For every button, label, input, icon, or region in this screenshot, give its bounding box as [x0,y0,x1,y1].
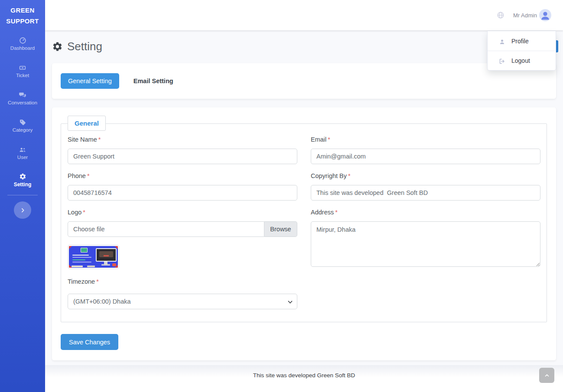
browse-button[interactable]: Browse [264,221,297,237]
sidebar-item-label: Ticket [0,73,45,78]
user-dropdown-menu: Profile Logout [487,31,556,71]
timezone-label: Timezone* [68,278,99,285]
sidebar-item-label: Conversation [0,100,45,105]
sidebar: GREEN SUPPORT Dashboard Ticket Conversat… [0,0,45,392]
ticket-icon [0,64,45,71]
chevron-right-icon [20,207,26,214]
required-asterisk: * [328,136,330,143]
dashboard-icon [0,36,45,44]
sidebar-item-label: Category [0,127,45,133]
sidebar-item-user[interactable]: User [0,146,45,160]
phone-input[interactable] [68,185,297,201]
thumb-monitor-graphic [96,248,117,262]
chevron-up-icon [544,372,550,379]
general-settings-card: General Site Name* Email* Phone* Copyrig… [52,107,556,360]
timezone-select-wrap: (GMT+06:00) Dhaka [68,294,297,309]
sidebar-item-setting[interactable]: Setting [0,172,45,188]
sidebar-item-category[interactable]: Category [0,118,45,133]
sidebar-item-label: Setting [0,181,45,188]
sidebar-item-label: User [0,155,45,160]
tag-icon [0,118,45,126]
save-changes-button[interactable]: Save Changes [61,334,118,350]
logout-icon [499,57,506,64]
thumb-laptop-graphic [81,248,88,253]
required-asterisk: * [335,209,338,216]
address-label: Address* [311,209,338,216]
copyright-input[interactable] [311,185,540,201]
timezone-select[interactable]: (GMT+06:00) Dhaka [68,294,297,309]
menu-item-label: Logout [511,57,530,64]
page-title: Setting [67,40,102,53]
users-icon [0,146,45,153]
required-asterisk: * [83,209,85,216]
profile-icon [499,38,506,45]
email-label: Email* [311,136,330,143]
required-asterisk: * [87,172,90,179]
gear-icon [0,172,45,180]
sidebar-collapse-button[interactable] [14,201,31,219]
tabs-card: General Setting Email Setting [52,63,556,99]
menu-item-logout[interactable]: Logout [488,51,556,70]
menu-item-profile[interactable]: Profile [488,31,556,51]
required-asterisk: * [96,278,99,285]
globe-icon[interactable] [497,11,504,19]
site-name-input[interactable] [68,149,297,164]
sidebar-item-dashboard[interactable]: Dashboard [0,36,45,51]
gear-icon [52,41,63,52]
brand-line2: SUPPORT [0,16,45,26]
sidebar-divider [7,195,38,195]
copyright-label: Copyright By* [311,172,351,179]
logo-label: Logo* [68,209,85,216]
logo-preview-image [68,245,119,269]
phone-label: Phone* [68,172,90,179]
logo-file-group: Browse [68,221,297,237]
required-asterisk: * [348,172,351,179]
sidebar-item-conversation[interactable]: Conversation [0,91,45,105]
comments-icon [0,91,45,99]
tab-general-setting[interactable]: General Setting [61,73,119,89]
avatar[interactable] [539,9,551,21]
page-header: Setting [52,40,102,53]
site-name-label: Site Name* [68,136,101,143]
sidebar-item-ticket[interactable]: Ticket [0,64,45,78]
footer: This site was developed Green Soft BD [45,365,563,392]
sidebar-item-label: Dashboard [0,45,45,51]
address-textarea[interactable]: Mirpur, Dhaka [311,221,540,267]
content-area: Setting General Setting Email Setting Ge… [45,30,563,365]
fieldset-legend: General [68,116,106,131]
brand-logo[interactable]: GREEN SUPPORT [0,0,45,26]
person-icon [539,9,551,21]
hidden-button-sliver [556,40,558,52]
brand-line1: GREEN [0,5,45,16]
required-asterisk: * [98,136,101,143]
tab-email-setting[interactable]: Email Setting [126,73,181,89]
footer-text: This site was developed Green Soft BD [45,372,563,379]
tab-row: General Setting Email Setting [61,73,547,89]
topbar-username[interactable]: Mr Admin [513,12,537,19]
menu-item-label: Profile [511,38,529,45]
topbar: Mr Admin [45,0,563,30]
email-input[interactable] [311,149,540,164]
scroll-to-top-button[interactable] [539,368,554,383]
logo-preview-graphic [69,246,118,268]
logo-file-input[interactable] [68,221,264,237]
